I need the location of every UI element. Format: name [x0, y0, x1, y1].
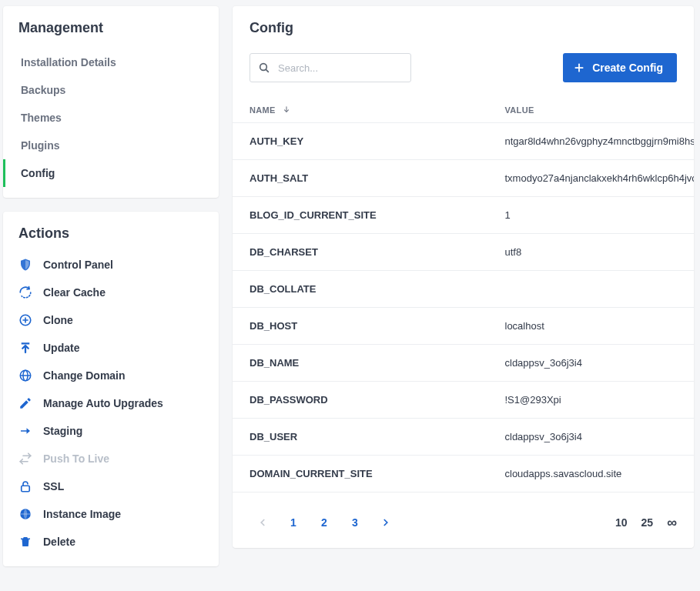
- search-input[interactable]: [276, 62, 409, 75]
- action-label: Clone: [43, 314, 73, 326]
- table-row[interactable]: DB_NAMEcldappsv_3o6j3i4: [233, 345, 694, 382]
- table-footer: 123 1025∞: [233, 502, 694, 543]
- management-title: Management: [3, 6, 219, 42]
- cell-name: DB_COLLATE: [233, 271, 488, 308]
- sidebar-item-themes[interactable]: Themes: [3, 104, 219, 132]
- table-row[interactable]: DB_PASSWORD!S1@293Xpi: [233, 382, 694, 419]
- action-push-to-live: Push To Live: [3, 445, 219, 472]
- table-row[interactable]: DB_COLLATE: [233, 271, 694, 308]
- cell-value: localhost: [488, 308, 695, 345]
- cell-value: [488, 271, 695, 308]
- action-delete[interactable]: Delete: [3, 528, 219, 556]
- table-row[interactable]: DB_HOSTlocalhost: [233, 308, 694, 345]
- config-panel: Config Create Config: [233, 6, 694, 548]
- page-2[interactable]: 2: [311, 509, 337, 536]
- sidebar-item-installation-details[interactable]: Installation Details: [3, 48, 219, 76]
- table-row[interactable]: DB_CHARSETutf8: [233, 234, 694, 271]
- action-label: Control Panel: [43, 259, 113, 271]
- cell-value: txmodyo27a4njanclakxekh4rh6wklcp6h4jvor5…: [488, 160, 695, 197]
- cell-name: AUTH_KEY: [233, 123, 488, 160]
- action-instance-image[interactable]: Instance Image: [3, 500, 219, 528]
- page-1[interactable]: 1: [280, 509, 306, 536]
- cell-name: DB_PASSWORD: [233, 382, 488, 419]
- table-row[interactable]: AUTH_KEYntgar8ld4whn26vgphyz4mnctbggjrn9…: [233, 123, 694, 160]
- col-value[interactable]: VALUE: [488, 98, 695, 123]
- table-row[interactable]: BLOG_ID_CURRENT_SITE1: [233, 197, 694, 234]
- refresh-icon: [18, 285, 32, 299]
- sidebar-item-backups[interactable]: Backups: [3, 76, 219, 104]
- svg-rect-11: [20, 513, 31, 515]
- cell-name: DB_HOST: [233, 308, 488, 345]
- page-prev: [250, 509, 276, 536]
- cell-value: ntgar8ld4whn26vgphyz4mnctbggjrn9mi8hsuk4…: [488, 123, 695, 160]
- page-3[interactable]: 3: [342, 509, 368, 536]
- plus-icon: [574, 62, 584, 73]
- search-field[interactable]: [250, 53, 411, 82]
- actions-title: Actions: [3, 212, 219, 248]
- create-config-button[interactable]: Create Config: [563, 53, 677, 82]
- page-size-25[interactable]: 25: [641, 516, 654, 529]
- action-label: Delete: [43, 536, 75, 548]
- management-card: Management Installation DetailsBackupsTh…: [3, 6, 219, 198]
- config-table: NAME VALUE AUTH_KEYntgar8ld4whn26vgphyz4…: [233, 98, 694, 492]
- globe-solid-icon: [18, 507, 32, 521]
- action-label: Manage Auto Upgrades: [43, 397, 163, 409]
- action-ssl[interactable]: SSL: [3, 472, 219, 500]
- page-size-all[interactable]: ∞: [667, 515, 677, 531]
- table-scroll[interactable]: NAME VALUE AUTH_KEYntgar8ld4whn26vgphyz4…: [233, 98, 694, 548]
- action-label: Staging: [43, 425, 82, 437]
- cell-value: utf8: [488, 234, 695, 271]
- action-change-domain[interactable]: Change Domain: [3, 362, 219, 389]
- management-nav: Installation DetailsBackupsThemesPlugins…: [3, 42, 219, 198]
- action-label: Clear Cache: [43, 286, 106, 299]
- action-label: Instance Image: [43, 508, 121, 520]
- pencil-icon: [18, 396, 32, 410]
- cell-name: DOMAIN_CURRENT_SITE: [233, 456, 488, 492]
- action-staging[interactable]: Staging: [3, 417, 219, 445]
- sidebar-item-plugins[interactable]: Plugins: [3, 132, 219, 159]
- action-manage-auto-upgrades[interactable]: Manage Auto Upgrades: [3, 389, 219, 417]
- actions-list: Control PanelClear CacheCloneUpdateChang…: [3, 248, 219, 566]
- page-title: Config: [233, 6, 694, 48]
- sidebar-item-config[interactable]: Config: [3, 159, 219, 187]
- page-size-10[interactable]: 10: [615, 516, 628, 529]
- cell-value: 1: [488, 197, 695, 234]
- cell-name: DB_NAME: [233, 345, 488, 382]
- cell-value: cldappsv_3o6j3i4: [488, 345, 695, 382]
- action-label: Push To Live: [43, 452, 109, 465]
- cell-name: AUTH_SALT: [233, 160, 488, 197]
- cell-name: DB_CHARSET: [233, 234, 488, 271]
- table-row[interactable]: DOMAIN_CURRENT_SITEcloudapps.savascloud.…: [233, 456, 694, 492]
- cell-value: cldappsv_3o6j3i4: [488, 419, 695, 456]
- page-next[interactable]: [373, 509, 399, 536]
- create-config-label: Create Config: [592, 62, 663, 74]
- circle-plus-icon: [18, 313, 32, 327]
- cell-value: cloudapps.savascloud.site: [488, 456, 695, 492]
- upload-icon: [18, 341, 32, 355]
- svg-line-13: [266, 69, 268, 72]
- lock-icon: [18, 479, 32, 493]
- toolbar: Create Config: [233, 48, 694, 98]
- trash-icon: [18, 535, 32, 549]
- table-row[interactable]: DB_USERcldappsv_3o6j3i4: [233, 419, 694, 456]
- arrow-right-icon: [18, 424, 32, 438]
- globe-icon: [18, 369, 32, 382]
- table-row[interactable]: AUTH_SALTtxmodyo27a4njanclakxekh4rh6wklc…: [233, 160, 694, 197]
- shield-icon: [18, 258, 32, 272]
- action-update[interactable]: Update: [3, 334, 219, 362]
- cell-name: DB_USER: [233, 419, 488, 456]
- page-size-selector: 1025∞: [615, 515, 677, 531]
- action-control-panel[interactable]: Control Panel: [3, 251, 219, 279]
- pagination: 123: [250, 509, 399, 536]
- search-icon: [258, 62, 270, 74]
- action-clone[interactable]: Clone: [3, 306, 219, 334]
- swap-icon: [18, 452, 32, 466]
- action-clear-cache[interactable]: Clear Cache: [3, 279, 219, 306]
- cell-value: !S1@293Xpi: [488, 382, 695, 419]
- action-label: SSL: [43, 480, 64, 492]
- action-label: Change Domain: [43, 369, 126, 382]
- svg-rect-9: [22, 486, 30, 492]
- col-name[interactable]: NAME: [233, 98, 488, 123]
- action-label: Update: [43, 342, 79, 354]
- actions-card: Actions Control PanelClear CacheCloneUpd…: [3, 212, 219, 566]
